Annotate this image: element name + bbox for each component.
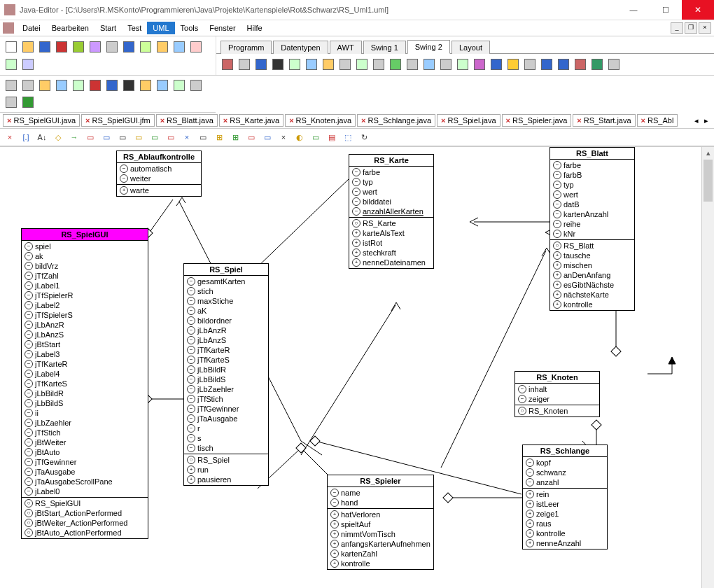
toolbar-button[interactable]	[172, 39, 187, 55]
mdi-restore[interactable]: ❐	[685, 22, 697, 34]
close-tab-icon[interactable]: ×	[641, 116, 645, 125]
toolbar-button[interactable]	[71, 39, 86, 55]
attribute-row[interactable]: tisch	[187, 443, 265, 453]
toolbar-button[interactable]	[438, 57, 454, 72]
toolbar-button[interactable]	[20, 94, 36, 110]
toolbar-button[interactable]	[71, 78, 86, 93]
toolbar-button[interactable]	[237, 57, 252, 72]
tab-swing1[interactable]: Swing 1	[363, 41, 406, 54]
uml-tool-button[interactable]: ▭	[164, 130, 178, 144]
menu-tools[interactable]: Tools	[175, 22, 204, 34]
uml-tool-button[interactable]: ⊞	[228, 130, 242, 144]
attribute-row[interactable]: weiter	[120, 174, 198, 183]
operation-row[interactable]: nimmtVomTisch	[330, 529, 430, 539]
toolbar-button[interactable]	[270, 57, 286, 72]
operation-row[interactable]: esGibtNächste	[553, 280, 631, 290]
operation-row[interactable]: nächsteKarte	[553, 290, 631, 300]
toolbar-button[interactable]	[4, 94, 19, 110]
uml-tool-button[interactable]: ◐	[293, 130, 307, 144]
toolbar-button[interactable]	[455, 57, 470, 72]
file-tab[interactable]: ×RS_Karte.java	[219, 114, 284, 127]
attribute-row[interactable]: jLabel0	[24, 486, 145, 496]
operation-row[interactable]: anfangsKartenAufnehmen	[330, 539, 430, 549]
uml-tool-button[interactable]: ▭	[196, 130, 210, 144]
close-tab-icon[interactable]: ×	[289, 116, 293, 125]
operation-row[interactable]: RS_Knoten	[518, 406, 596, 416]
attribute-row[interactable]: datB	[553, 200, 631, 209]
class-knoten[interactable]: RS_KnoteninhaltzeigerRS_Knoten	[514, 371, 600, 417]
minimize-button[interactable]: —	[617, 0, 650, 20]
uml-tool-button[interactable]: ▭	[115, 130, 130, 144]
uml-tool-button[interactable]: →	[67, 130, 81, 144]
attribute-row[interactable]: jTfStich	[187, 394, 265, 404]
operation-row[interactable]: jBtAuto_ActionPerformed	[24, 528, 145, 538]
attribute-row[interactable]: farbB	[553, 170, 631, 180]
file-tab[interactable]: ×RS_Spiel.java	[437, 114, 500, 127]
attribute-row[interactable]: hand	[330, 498, 430, 507]
class-header[interactable]: RS_Blatt	[550, 148, 634, 160]
toolbar-button[interactable]	[253, 57, 269, 72]
operation-row[interactable]: RS_Blatt	[553, 241, 631, 251]
file-tab[interactable]: ×RS_Spieler.java	[502, 114, 572, 127]
attribute-row[interactable]: jTfSpielerS	[24, 310, 145, 320]
attribute-row[interactable]: jBtStart	[24, 340, 145, 349]
attribute-row[interactable]: jTfZahl	[24, 271, 145, 281]
attribute-row[interactable]: jLbZaehler	[24, 418, 145, 428]
toolbar-button[interactable]	[121, 78, 136, 93]
operation-row[interactable]: jBtWeiter_ActionPerformed	[24, 518, 145, 528]
attribute-row[interactable]: jLabel2	[24, 300, 145, 310]
operation-row[interactable]: RS_SpielGUI	[24, 498, 145, 508]
class-spielgui[interactable]: RS_SpielGUIspielakbildVrzjTfZahljLabel1j…	[21, 228, 148, 539]
operation-row[interactable]: warte	[120, 186, 198, 195]
class-schlange[interactable]: RS_SchlangekopfschwanzanzahlreinistLeerz…	[522, 444, 608, 550]
toolbar-button[interactable]	[388, 57, 403, 72]
toolbar-button[interactable]	[172, 78, 187, 93]
close-tab-icon[interactable]: ×	[441, 116, 445, 125]
uml-tool-button[interactable]: ▭	[99, 130, 113, 144]
attribute-row[interactable]: maxStiche	[187, 296, 265, 306]
close-button[interactable]: ✕	[682, 0, 714, 20]
toolbar-button[interactable]	[489, 57, 504, 72]
attribute-row[interactable]: jTfGewinner	[187, 404, 265, 414]
toolbar-button[interactable]	[188, 78, 204, 93]
attribute-row[interactable]: jTfKarteS	[24, 379, 145, 388]
file-tab[interactable]: ×RS_SpielGUI.jfm	[81, 114, 155, 127]
operation-row[interactable]: anDenAnfang	[553, 270, 631, 280]
menu-datei[interactable]: Datei	[17, 22, 46, 34]
toolbar-button[interactable]	[104, 39, 120, 55]
attribute-row[interactable]: farbe	[352, 167, 430, 177]
operation-row[interactable]: kontrolle	[553, 300, 631, 309]
uml-canvas[interactable]: RS_Ablaufkontrolleautomatischweiterwarte…	[0, 147, 702, 588]
toolbar-button[interactable]	[54, 39, 69, 55]
attribute-row[interactable]: jLabel1	[24, 281, 145, 290]
operation-row[interactable]: jBtStart_ActionPerformed	[24, 508, 145, 518]
operation-row[interactable]: tausche	[553, 251, 631, 260]
toolbar-button[interactable]	[505, 57, 521, 72]
uml-tool-button[interactable]: ◇	[51, 130, 65, 144]
uml-tool-button[interactable]: ⬚	[341, 130, 355, 144]
attribute-row[interactable]: typ	[352, 177, 430, 187]
toolbar-button[interactable]	[20, 57, 36, 72]
toolbar-button[interactable]	[88, 39, 103, 55]
toolbar-button[interactable]	[589, 57, 605, 72]
close-tab-icon[interactable]: ×	[160, 116, 164, 125]
toolbar-button[interactable]	[4, 57, 19, 72]
uml-tool-button[interactable]: A↓	[35, 130, 49, 144]
tab-datentypen[interactable]: Datentypen	[273, 41, 328, 54]
toolbar-button[interactable]	[37, 78, 52, 93]
attribute-row[interactable]: zeiger	[518, 394, 596, 404]
attribute-row[interactable]: jLbZaehler	[187, 384, 265, 394]
attribute-row[interactable]: bilddatei	[352, 197, 430, 206]
attribute-row[interactable]: r	[187, 424, 265, 433]
toolbar-button[interactable]	[188, 39, 204, 55]
attribute-row[interactable]: aK	[187, 306, 265, 316]
close-tab-icon[interactable]: ×	[577, 116, 581, 125]
toolbar-button[interactable]	[155, 78, 170, 93]
class-header[interactable]: RS_Karte	[349, 155, 433, 167]
menu-hilfe[interactable]: Hilfe	[241, 22, 268, 34]
attribute-row[interactable]: jLbAnzS	[24, 330, 145, 340]
uml-tool-button[interactable]: ×	[276, 130, 290, 144]
attribute-row[interactable]: jLbAnzR	[187, 326, 265, 335]
menu-test[interactable]: Test	[122, 22, 147, 34]
attribute-row[interactable]: schwanz	[526, 468, 604, 477]
